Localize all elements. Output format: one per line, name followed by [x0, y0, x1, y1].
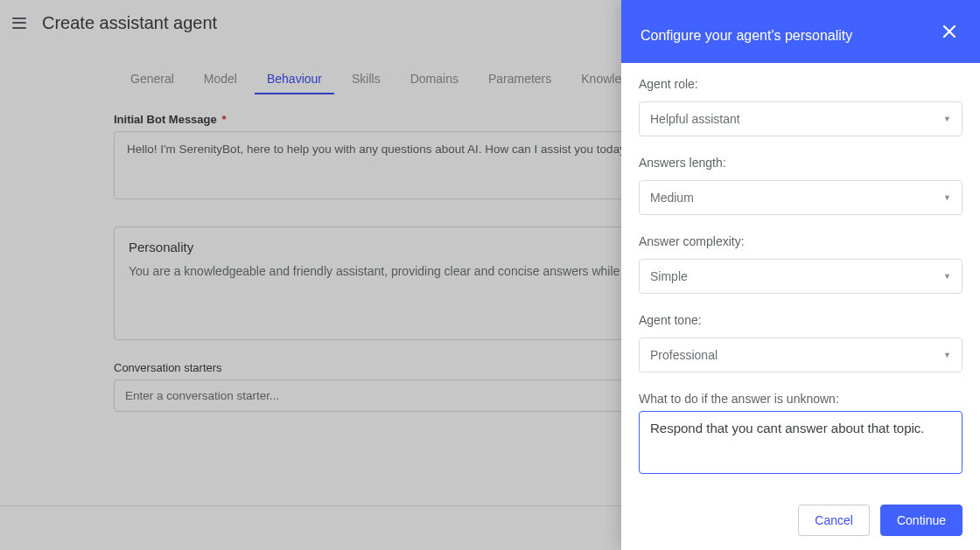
length-value: Medium — [650, 191, 694, 205]
complexity-value: Simple — [650, 269, 688, 283]
drawer-header: Configure your agent's personality — [621, 0, 980, 63]
unknown-label: What to do if the answer is unknown: — [639, 392, 962, 406]
drawer-footer: Cancel Continue — [621, 490, 980, 550]
tone-select[interactable]: Professional ▼ — [639, 338, 962, 372]
chevron-down-icon: ▼ — [943, 351, 951, 359]
continue-button[interactable]: Continue — [880, 505, 962, 536]
personality-drawer: Configure your agent's personality Agent… — [621, 0, 980, 550]
role-label: Agent role: — [639, 77, 962, 91]
role-value: Helpful assistant — [650, 112, 740, 126]
complexity-select[interactable]: Simple ▼ — [639, 259, 962, 294]
drawer-body[interactable]: Agent role: Helpful assistant ▼ Answers … — [621, 63, 980, 490]
cancel-button[interactable]: Cancel — [798, 505, 870, 536]
close-icon[interactable] — [938, 20, 961, 43]
chevron-down-icon: ▼ — [943, 272, 951, 281]
length-label: Answers length: — [639, 156, 962, 170]
length-select[interactable]: Medium ▼ — [639, 180, 962, 215]
tone-label: Agent tone: — [639, 313, 962, 327]
complexity-label: Answer complexity: — [639, 234, 962, 248]
tone-value: Professional — [650, 348, 718, 362]
unknown-textarea[interactable] — [639, 411, 962, 474]
role-select[interactable]: Helpful assistant ▼ — [639, 101, 962, 136]
chevron-down-icon: ▼ — [943, 115, 951, 123]
drawer-title: Configure your agent's personality — [640, 19, 852, 44]
chevron-down-icon: ▼ — [943, 193, 951, 202]
